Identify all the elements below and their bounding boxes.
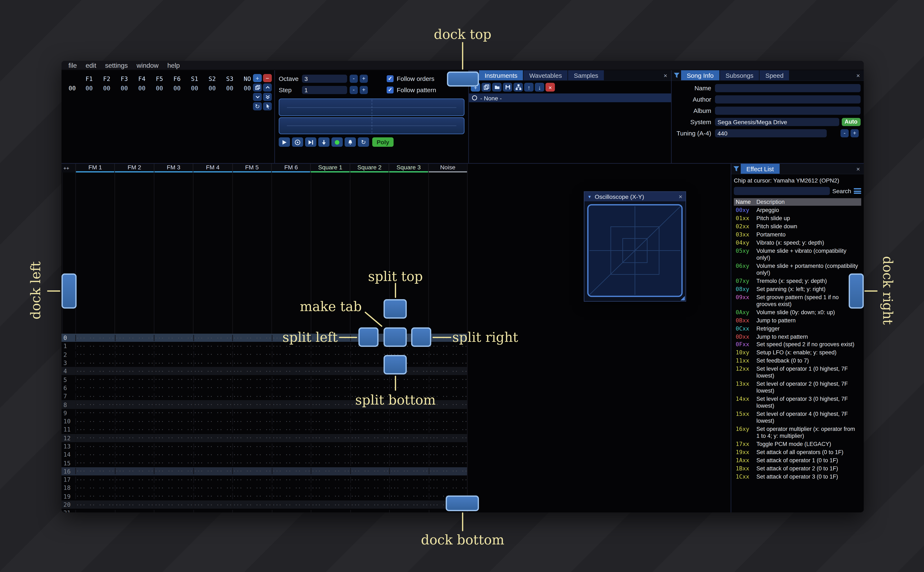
pattern-cell[interactable]: ··· ·· ·· ·· xyxy=(154,418,193,424)
pattern-cell[interactable]: ··· ·· ·· ·· xyxy=(271,451,311,458)
pattern-cell[interactable]: ··· ·· ·· ·· xyxy=(428,476,467,483)
pattern-cell[interactable]: ··· ·· ·· ·· xyxy=(271,385,311,391)
pattern-cell[interactable]: ··· ·· ·· ·· xyxy=(428,451,467,458)
pattern-cell[interactable]: ··· ·· ·· ·· xyxy=(428,460,467,466)
pattern-cell[interactable]: ··· ·· ·· ·· xyxy=(428,385,467,391)
effect-row[interactable]: 10xySetup LFO (x: enable; y: speed) xyxy=(734,349,861,357)
pattern-cell[interactable]: ··· ·· ·· ·· xyxy=(271,510,311,513)
pattern-cell[interactable]: ··· ·· ·· ·· xyxy=(115,418,154,424)
pattern-cell[interactable]: ··· ·· ·· ·· xyxy=(389,485,428,491)
pattern-cell[interactable]: ··· ·· ·· ·· xyxy=(271,435,311,441)
pattern-cell[interactable]: ··· ·· ·· ·· xyxy=(389,460,428,466)
pattern-cell[interactable]: ··· ·· ·· ·· xyxy=(154,426,193,433)
instruments-tab-instruments[interactable]: Instruments xyxy=(479,70,523,80)
pattern-cell[interactable]: ··· ·· ·· ·· xyxy=(389,376,428,382)
play-one-row-button[interactable] xyxy=(305,137,316,147)
instruments-tab-samples[interactable]: Samples xyxy=(568,70,604,80)
effect-row[interactable]: 19xxSet attack of all operators (0 to 1F… xyxy=(734,448,861,457)
effect-row[interactable]: 1AxxSet attack of operator 1 (0 to 1F) xyxy=(734,457,861,465)
pattern-cell[interactable]: ··· ·· ·· ·· xyxy=(311,451,350,458)
pattern-cell[interactable]: ··· ·· ·· ·· xyxy=(193,426,232,433)
pattern-cell[interactable]: ··· ·· ·· ·· xyxy=(350,368,390,374)
pattern-cell[interactable]: ··· ·· ·· ·· xyxy=(271,368,311,374)
pattern-row[interactable]: 16··· ·· ·· ····· ·· ·· ····· ·· ·· ····… xyxy=(62,467,467,476)
pattern-cell[interactable]: ··· ·· ·· ·· xyxy=(75,443,115,449)
pattern-cell[interactable]: ··· ·· ·· ·· xyxy=(311,510,350,513)
pattern-cell[interactable]: ··· ·· ·· ·· xyxy=(75,426,115,433)
effect-list-close-button[interactable]: × xyxy=(852,164,864,174)
effect-row[interactable]: 03xxPortamento xyxy=(734,231,861,239)
pattern-cell[interactable]: ··· ·· ·· ·· xyxy=(193,335,232,341)
effect-row[interactable]: 00xyArpeggio xyxy=(734,206,861,214)
order-remove-button[interactable]: − xyxy=(263,74,272,82)
pattern-cell[interactable]: ··· ·· ·· ·· xyxy=(193,451,232,458)
pattern-cell[interactable]: ··· ·· ·· ·· xyxy=(232,468,271,474)
pattern-cell[interactable]: ··· ·· ·· ·· xyxy=(389,502,428,508)
field-input[interactable] xyxy=(715,84,861,92)
pattern-expand-button[interactable]: ++ xyxy=(62,164,75,173)
pattern-cell[interactable]: ··· ·· ·· ·· xyxy=(311,485,350,491)
pattern-cell[interactable]: ··· ·· ·· ·· xyxy=(193,410,232,416)
order-cell[interactable]: 00 xyxy=(115,85,133,92)
pattern-cell[interactable]: ··· ·· ·· ·· xyxy=(75,451,115,458)
pattern-cell[interactable]: ··· ·· ·· ·· xyxy=(271,351,311,358)
follow-pattern-checkbox[interactable]: ✓ xyxy=(387,86,394,93)
pattern-cell[interactable]: ··· ·· ·· ·· xyxy=(75,485,115,491)
pattern-cell[interactable]: ··· ·· ·· ·· xyxy=(75,418,115,424)
effect-row[interactable]: 12xxSet level of operator 1 (0 highest, … xyxy=(734,365,861,380)
effect-row[interactable]: 07xyTremolo (x: speed; y: depth) xyxy=(734,277,861,285)
resize-grip[interactable] xyxy=(681,296,685,300)
step-down-button[interactable] xyxy=(318,137,330,147)
pattern-cell[interactable]: ··· ·· ·· ·· xyxy=(154,376,193,382)
pattern-row[interactable]: 9··· ·· ·· ····· ·· ·· ····· ·· ·· ·····… xyxy=(62,409,467,417)
pattern-cell[interactable]: ··· ·· ·· ·· xyxy=(389,435,428,441)
pattern-cell[interactable]: ··· ·· ·· ·· xyxy=(75,435,115,441)
pattern-cell[interactable]: ··· ·· ·· ·· xyxy=(232,435,271,441)
pattern-cell[interactable]: ··· ·· ·· ·· xyxy=(350,468,390,474)
order-move-up-button[interactable] xyxy=(263,84,272,92)
instrument-list-item[interactable]: - None - xyxy=(469,93,671,102)
pattern-cell[interactable]: ··· ·· ·· ·· xyxy=(311,443,350,449)
pattern-cell[interactable]: ··· ·· ·· ·· xyxy=(232,460,271,466)
channel-header-fm-2[interactable]: FM 2 xyxy=(114,164,154,173)
pattern-cell[interactable]: ··· ·· ·· ·· xyxy=(428,418,467,424)
pattern-cell[interactable]: ··· ·· ·· ·· xyxy=(115,393,154,399)
pattern-cell[interactable]: ··· ·· ·· ·· xyxy=(232,410,271,416)
pattern-cell[interactable]: ··· ·· ·· ·· xyxy=(271,393,311,399)
dock-target-dock-left[interactable] xyxy=(62,274,76,309)
pattern-cell[interactable]: ··· ·· ·· ·· xyxy=(75,502,115,508)
menu-item-help[interactable]: help xyxy=(163,61,184,69)
songinfo-tab-subsongs[interactable]: Subsongs xyxy=(720,70,759,80)
dock-target-split-top[interactable] xyxy=(383,299,407,319)
pattern-cell[interactable]: ··· ·· ·· ·· xyxy=(350,493,390,499)
pattern-cell[interactable]: ··· ·· ·· ·· xyxy=(350,426,390,433)
pattern-cell[interactable]: ··· ·· ·· ·· xyxy=(193,485,232,491)
pattern-cell[interactable]: ··· ·· ·· ·· xyxy=(193,435,232,441)
pattern-cell[interactable]: ··· ·· ·· ·· xyxy=(271,468,311,474)
pattern-cell[interactable]: ··· ·· ·· ·· xyxy=(115,502,154,508)
pattern-cell[interactable]: ··· ·· ·· ·· xyxy=(75,376,115,382)
pattern-cell[interactable]: ··· ·· ·· ·· xyxy=(154,385,193,391)
hamburger-menu-button[interactable] xyxy=(854,188,861,194)
pattern-cell[interactable]: ··· ·· ·· ·· xyxy=(75,343,115,349)
pattern-cell[interactable]: ··· ·· ·· ·· xyxy=(193,502,232,508)
repeat-pattern-button[interactable]: ↻ xyxy=(358,137,369,147)
dock-target-dock-right[interactable] xyxy=(849,274,864,309)
tuning-minus-button[interactable]: - xyxy=(840,129,849,137)
pattern-cell[interactable]: ··· ·· ·· ·· xyxy=(193,468,232,474)
pattern-cell[interactable]: ··· ·· ·· ·· xyxy=(232,502,271,508)
pattern-cell[interactable]: ··· ·· ·· ·· xyxy=(350,460,390,466)
pattern-cell[interactable]: ··· ·· ·· ·· xyxy=(154,410,193,416)
pattern-cell[interactable]: ··· ·· ·· ·· xyxy=(311,376,350,382)
pattern-cell[interactable]: ··· ·· ·· ·· xyxy=(232,443,271,449)
pattern-cell[interactable]: ··· ·· ·· ·· xyxy=(232,485,271,491)
pattern-cell[interactable]: ··· ·· ·· ·· xyxy=(232,368,271,374)
pattern-cell[interactable]: ··· ·· ·· ·· xyxy=(271,376,311,382)
songinfo-close-button[interactable]: × xyxy=(852,70,864,80)
order-move-down-button[interactable] xyxy=(253,93,262,101)
channel-header-square-1[interactable]: Square 1 xyxy=(310,164,349,173)
pattern-cell[interactable]: ··· ·· ·· ·· xyxy=(75,510,115,513)
pattern-cell[interactable]: ··· ·· ·· ·· xyxy=(271,418,311,424)
pattern-cell[interactable]: ··· ·· ·· ·· xyxy=(154,460,193,466)
pattern-cell[interactable]: ··· ·· ·· ·· xyxy=(75,385,115,391)
